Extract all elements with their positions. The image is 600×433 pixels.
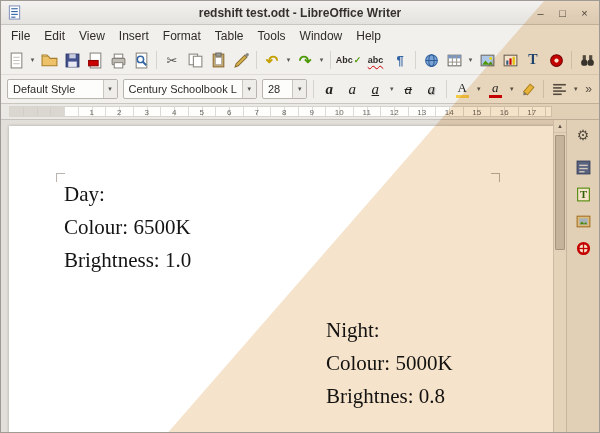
insert-textbox-button[interactable]: T: [522, 49, 544, 71]
titlebar[interactable]: redshift test.odt - LibreOffice Writer –…: [1, 1, 599, 25]
highlighter-pen-icon: [520, 81, 537, 98]
scissors-icon: ✂: [167, 54, 178, 67]
font-color-dropdown[interactable]: ▾: [507, 85, 516, 93]
italic-button[interactable]: a: [341, 78, 363, 100]
paste-button[interactable]: [207, 49, 229, 71]
font-size-dropdown[interactable]: ▾: [292, 80, 306, 98]
minimize-button[interactable]: –: [532, 4, 549, 21]
underline-icon: a: [372, 82, 380, 97]
toolbar-separator: [330, 51, 331, 69]
clone-formatting-button[interactable]: [230, 49, 252, 71]
paragraph-style-combobox[interactable]: Default Style ▾: [7, 79, 118, 99]
scrollbar-thumb[interactable]: [555, 135, 565, 250]
shadow-button[interactable]: a: [420, 78, 442, 100]
cut-button[interactable]: ✂: [161, 49, 183, 71]
menu-item[interactable]: Help: [349, 27, 388, 45]
document-area[interactable]: Day:Colour: 6500KBrightness: 1.0 Night:C…: [1, 120, 553, 433]
menu-item[interactable]: Table: [208, 27, 251, 45]
font-size-combobox[interactable]: 28 ▾: [262, 79, 307, 99]
highlighting-dropdown[interactable]: ▾: [474, 85, 483, 93]
toolbar-separator: [256, 51, 257, 69]
day-text-block: Day:Colour: 6500KBrightness: 1.0: [64, 178, 191, 277]
bold-button[interactable]: a: [318, 78, 340, 100]
paste-icon: [210, 52, 227, 69]
font-name-value: Century Schoolbook L: [124, 83, 242, 95]
paragraph-style-value: Default Style: [8, 83, 103, 95]
insert-image-button[interactable]: [476, 49, 498, 71]
underline-button[interactable]: a: [364, 78, 386, 100]
new-document-button[interactable]: [5, 49, 27, 71]
properties-icon: [575, 159, 592, 176]
menu-item[interactable]: Edit: [37, 27, 72, 45]
highlighter-pen-button[interactable]: [517, 78, 539, 100]
maximize-button[interactable]: □: [554, 4, 571, 21]
chart-icon: [502, 52, 519, 69]
sidebar-tab-properties[interactable]: [570, 155, 596, 179]
toolbar-separator: [156, 51, 157, 69]
vertical-scrollbar[interactable]: ▲: [553, 120, 566, 433]
highlighting-button[interactable]: A: [451, 78, 473, 100]
close-button[interactable]: ×: [576, 4, 593, 21]
binoculars-icon: [579, 52, 596, 69]
align-left-button[interactable]: [548, 78, 570, 100]
menu-item[interactable]: File: [4, 27, 37, 45]
print-button[interactable]: [107, 49, 129, 71]
document-line: Colour: 6500K: [64, 211, 191, 244]
align-dropdown[interactable]: ▾: [571, 85, 580, 93]
sidebar-tab-navigator[interactable]: [570, 236, 596, 260]
font-color-button[interactable]: a: [484, 78, 506, 100]
new-document-icon: [8, 52, 25, 69]
textbox-icon: T: [528, 53, 537, 67]
formatting-marks-button[interactable]: ¶: [389, 49, 411, 71]
menubar: FileEditViewInsertFormatTableToolsWindow…: [1, 25, 599, 46]
redo-dropdown[interactable]: ▾: [317, 56, 326, 64]
spelling-button[interactable]: Abc✓: [335, 49, 362, 71]
menu-item[interactable]: Window: [293, 27, 350, 45]
insert-chart-button[interactable]: [499, 49, 521, 71]
new-document-dropdown[interactable]: ▾: [28, 56, 37, 64]
find-replace-button[interactable]: [576, 49, 598, 71]
undo-button[interactable]: ↶: [261, 49, 283, 71]
toolbar-separator: [313, 80, 314, 98]
font-name-dropdown[interactable]: ▾: [242, 80, 256, 98]
document-line: Brightness: 1.0: [64, 244, 191, 277]
document-line: Colour: 5000K: [326, 347, 453, 380]
auto-spellcheck-button[interactable]: abc: [363, 49, 388, 71]
document-page[interactable]: Day:Colour: 6500KBrightness: 1.0 Night:C…: [9, 126, 553, 433]
ruler-number: 3: [133, 106, 161, 117]
image-icon: [479, 52, 496, 69]
menu-item[interactable]: Format: [156, 27, 208, 45]
italic-icon: a: [349, 82, 357, 97]
content-area: Day:Colour: 6500KBrightness: 1.0 Night:C…: [1, 120, 599, 433]
sidebar-tab-gallery[interactable]: [570, 209, 596, 233]
toolbar-overflow-button[interactable]: »: [582, 82, 595, 96]
open-button[interactable]: [38, 49, 60, 71]
ruler-number: 4: [161, 106, 189, 117]
redo-icon: ↷: [299, 53, 312, 68]
menu-item[interactable]: Insert: [112, 27, 156, 45]
ruler-number: 7: [243, 106, 271, 117]
font-name-combobox[interactable]: Century Schoolbook L ▾: [123, 79, 257, 99]
menu-item[interactable]: Tools: [251, 27, 293, 45]
paragraph-style-dropdown[interactable]: ▾: [103, 80, 117, 98]
scrollbar-up-arrow[interactable]: ▲: [554, 120, 566, 133]
sidebar-settings-button[interactable]: ⚙: [570, 123, 596, 147]
hyperlink-button[interactable]: [420, 49, 442, 71]
sidebar-tab-styles[interactable]: T: [570, 182, 596, 206]
save-button[interactable]: [61, 49, 83, 71]
record-changes-button[interactable]: [545, 49, 567, 71]
print-preview-button[interactable]: [130, 49, 152, 71]
redo-button[interactable]: ↷: [294, 49, 316, 71]
sidebar-tabbar: ⚙ T: [566, 120, 599, 433]
insert-table-dropdown[interactable]: ▾: [466, 56, 475, 64]
underline-dropdown[interactable]: ▾: [387, 85, 396, 93]
insert-table-button[interactable]: [443, 49, 465, 71]
undo-dropdown[interactable]: ▾: [284, 56, 293, 64]
horizontal-ruler: 1234567891011121314151617: [1, 104, 599, 120]
export-pdf-button[interactable]: [84, 49, 106, 71]
copy-button[interactable]: [184, 49, 206, 71]
ruler-number: 17: [518, 106, 546, 117]
strikethrough-button[interactable]: a: [397, 78, 419, 100]
menu-item[interactable]: View: [72, 27, 112, 45]
table-icon: [446, 52, 463, 69]
